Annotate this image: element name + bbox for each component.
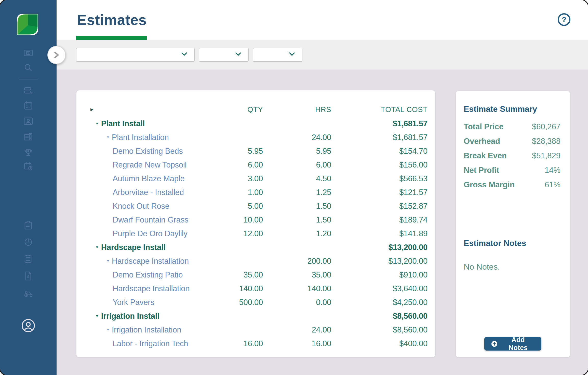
user-avatar-icon[interactable] bbox=[21, 318, 35, 333]
add-notes-button[interactable]: Add Notes bbox=[484, 337, 541, 351]
estimate-summary-card: Estimate Summary Total Price $60,267 Ove… bbox=[456, 91, 570, 357]
calendar-icon[interactable] bbox=[23, 101, 33, 111]
estimate-row-name[interactable]: Hardscape Install bbox=[101, 243, 166, 252]
plus-circle-icon bbox=[491, 340, 498, 347]
estimate-row[interactable]: ▼Hardscape Installation 200.00 $13,200.0… bbox=[76, 254, 435, 268]
collapse-all-icon[interactable]: ▶ bbox=[76, 107, 95, 112]
column-header-qty[interactable]: QTY bbox=[212, 105, 263, 114]
equipment-tractor-icon[interactable] bbox=[23, 288, 33, 298]
estimate-row[interactable]: Autumn Blaze Maple 3.00 4.50 $566.53 bbox=[76, 172, 435, 186]
estimate-row-name[interactable]: Plant Installation bbox=[112, 133, 169, 142]
summary-row: Overhead $28,388 bbox=[464, 137, 560, 146]
estimate-row-qty: 16.00 bbox=[212, 339, 263, 348]
estimate-row-total: $141.89 bbox=[331, 229, 435, 238]
estimate-row-qty: 35.00 bbox=[212, 270, 263, 280]
estimate-row-hrs: 1.50 bbox=[263, 215, 331, 225]
schedule-clock-icon[interactable] bbox=[23, 161, 33, 172]
column-header-total-cost[interactable]: TOTAL COST bbox=[331, 105, 435, 114]
money-icon[interactable]: $ bbox=[23, 48, 33, 58]
estimate-row-name[interactable]: Irrigation Install bbox=[101, 312, 159, 321]
estimate-row[interactable]: ▼Plant Installation 24.00 $1,681.57 bbox=[76, 131, 435, 144]
summary-row: Net Profit 14% bbox=[464, 166, 560, 175]
estimate-row-qty: 12.00 bbox=[212, 229, 263, 238]
summary-row-label: Overhead bbox=[464, 137, 500, 146]
estimate-row-hrs: 4.50 bbox=[263, 174, 331, 183]
svg-text:$: $ bbox=[27, 51, 29, 55]
summary-row-value: $60,267 bbox=[532, 122, 560, 131]
estimate-row-hrs: 1.20 bbox=[263, 229, 331, 238]
sidebar-expand-button[interactable] bbox=[47, 46, 66, 64]
estimate-row-name[interactable]: Labor - Irrigation Tech bbox=[113, 339, 188, 348]
estimate-row[interactable]: ▼Plant Install $1,681.57 bbox=[76, 117, 435, 131]
filter-dropdown-1[interactable] bbox=[76, 48, 195, 62]
search-icon[interactable] bbox=[23, 63, 33, 73]
estimate-row-total: $13,200.00 bbox=[331, 243, 435, 252]
summary-row: Break Even $51,829 bbox=[464, 151, 560, 160]
estimate-row-name[interactable]: York Pavers bbox=[113, 298, 154, 307]
estimate-row-name[interactable]: Arborvitae - Installed bbox=[113, 188, 184, 197]
summary-row-label: Break Even bbox=[464, 151, 507, 160]
column-header-hrs[interactable]: HRS bbox=[263, 105, 331, 114]
pie-chart-icon[interactable] bbox=[23, 237, 33, 247]
help-icon[interactable]: ? bbox=[557, 12, 571, 27]
estimate-row[interactable]: Labor - Irrigation Tech 16.00 16.00 $400… bbox=[76, 337, 435, 351]
estimate-row[interactable]: Dwarf Fountain Grass 10.00 1.50 $189.74 bbox=[76, 213, 435, 227]
chevron-down-icon bbox=[181, 52, 187, 57]
collapse-triangle-icon[interactable]: ▼ bbox=[106, 259, 110, 263]
estimate-row-hrs: 16.00 bbox=[263, 339, 331, 348]
estimate-row-name[interactable]: Hardscape Installation bbox=[112, 257, 189, 266]
filter-dropdown-3[interactable] bbox=[253, 48, 302, 62]
summary-row-value: 61% bbox=[545, 180, 560, 189]
estimate-row-hrs: 140.00 bbox=[263, 284, 331, 293]
svg-text:$: $ bbox=[27, 275, 29, 279]
collapse-triangle-icon[interactable]: ▼ bbox=[106, 328, 110, 331]
estimate-list-add-icon[interactable] bbox=[23, 86, 33, 96]
collapse-triangle-icon[interactable]: ▼ bbox=[95, 314, 99, 318]
estimate-row-name[interactable]: Knock Out Rose bbox=[113, 202, 169, 211]
contact-card-icon[interactable] bbox=[23, 116, 33, 126]
company-building-icon[interactable] bbox=[23, 132, 33, 142]
summary-row: Total Price $60,267 bbox=[464, 122, 560, 131]
estimate-row-total: $121.57 bbox=[331, 188, 435, 197]
estimate-row-name[interactable]: Autumn Blaze Maple bbox=[113, 174, 184, 183]
estimate-row-name[interactable]: Demo Existing Patio bbox=[113, 270, 183, 280]
estimate-row-name[interactable]: Dwarf Fountain Grass bbox=[113, 215, 189, 225]
summary-row-value: $28,388 bbox=[532, 137, 560, 146]
estimate-row-name[interactable]: Plant Install bbox=[101, 119, 145, 128]
estimate-row-name[interactable]: Regrade New Topsoil bbox=[113, 160, 186, 170]
estimate-row[interactable]: ▼Irrigation Installation 24.00 $8,560.00 bbox=[76, 323, 435, 337]
clipboard-icon[interactable] bbox=[23, 220, 33, 231]
collapse-triangle-icon[interactable]: ▼ bbox=[95, 245, 99, 249]
estimate-row-name[interactable]: Irrigation Installation bbox=[112, 325, 181, 335]
trophy-icon[interactable] bbox=[23, 148, 33, 158]
estimate-row-name[interactable]: Hardscape Installation bbox=[113, 284, 190, 293]
estimate-row-hrs: 24.00 bbox=[263, 325, 331, 335]
estimate-row-qty: 500.00 bbox=[212, 298, 263, 307]
estimate-row-hrs: 1.50 bbox=[263, 202, 331, 211]
summary-row-label: Total Price bbox=[464, 122, 503, 131]
estimate-row[interactable]: Regrade New Topsoil 6.00 6.00 $156.00 bbox=[76, 158, 435, 172]
page-title: Estimates bbox=[77, 12, 147, 27]
estimate-row-hrs: 0.00 bbox=[263, 298, 331, 307]
collapse-triangle-icon[interactable]: ▼ bbox=[95, 121, 99, 126]
estimate-row[interactable]: Demo Existing Beds 5.95 5.95 $154.70 bbox=[76, 144, 435, 158]
estimate-row[interactable]: York Pavers 500.00 0.00 $4,250.00 bbox=[76, 296, 435, 309]
estimate-row[interactable]: Arborvitae - Installed 1.00 1.25 $121.57 bbox=[76, 186, 435, 199]
estimate-row[interactable]: Hardscape Installation 140.00 140.00 $3,… bbox=[76, 282, 435, 296]
estimate-row-name[interactable]: Purple De Oro Daylily bbox=[113, 229, 188, 238]
receipt-icon[interactable] bbox=[23, 254, 33, 264]
estimate-row-hrs: 1.25 bbox=[263, 188, 331, 197]
filter-dropdown-2[interactable] bbox=[199, 48, 249, 62]
estimate-row[interactable]: Knock Out Rose 5.00 1.50 $152.87 bbox=[76, 199, 435, 213]
invoice-dollar-icon[interactable]: $ bbox=[23, 271, 33, 281]
add-notes-label: Add Notes bbox=[501, 336, 535, 352]
estimate-row[interactable]: ▼Irrigation Install $8,560.00 bbox=[76, 309, 435, 323]
estimate-row-total: $1,681.57 bbox=[331, 119, 435, 128]
estimate-row-name[interactable]: Demo Existing Beds bbox=[113, 147, 183, 156]
estimate-row[interactable]: Demo Existing Patio 35.00 35.00 $910.00 bbox=[76, 268, 435, 282]
leaf-logo-icon[interactable] bbox=[17, 14, 38, 36]
estimate-row[interactable]: ▼Hardscape Install $13,200.00 bbox=[76, 241, 435, 254]
estimate-row-total: $3,640.00 bbox=[331, 284, 435, 293]
estimate-row[interactable]: Purple De Oro Daylily 12.00 1.20 $141.89 bbox=[76, 227, 435, 241]
collapse-triangle-icon[interactable]: ▼ bbox=[106, 135, 110, 139]
